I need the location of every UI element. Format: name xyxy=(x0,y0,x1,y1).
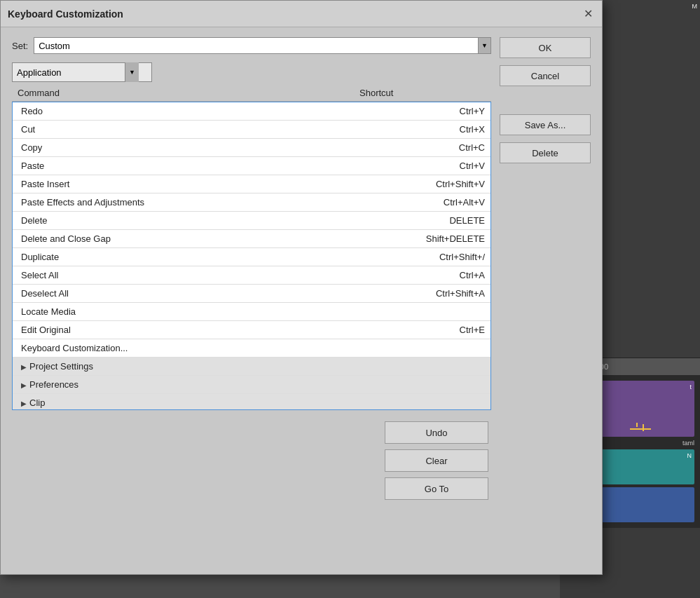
row-shortcut: Ctrl+Shift+/ xyxy=(364,252,490,262)
set-value: Custom xyxy=(39,41,474,51)
row-shortcut: Shift+DELETE xyxy=(364,233,490,244)
row-command: Delete xyxy=(13,215,364,226)
bottom-buttons: Undo Clear Go To xyxy=(12,421,488,500)
row-shortcut: Ctrl+A xyxy=(364,270,490,280)
dialog-title: Keyboard Customization xyxy=(8,8,123,20)
close-button[interactable]: ✕ xyxy=(581,7,595,21)
table-row[interactable]: RedoCtrl+Y xyxy=(13,102,490,121)
row-shortcut: Ctrl+V xyxy=(364,161,490,171)
category-dropdown-arrow: ▼ xyxy=(125,62,139,82)
group-expand-arrow[interactable]: ▶ xyxy=(21,381,27,389)
set-label: Set: xyxy=(12,41,28,51)
row-command: ▶ Preferences xyxy=(13,379,364,390)
undo-button[interactable]: Undo xyxy=(385,421,488,444)
table-row[interactable]: ▶ Preferences xyxy=(13,376,490,394)
table-row[interactable]: CutCtrl+X xyxy=(13,121,490,139)
dialog-left-panel: Set: Custom ▼ Application ▼ Command Shor… xyxy=(12,37,491,500)
shortcuts-table[interactable]: RedoCtrl+YCutCtrl+XCopyCtrl+CPasteCtrl+V… xyxy=(12,102,491,410)
row-command: Select All xyxy=(13,270,364,280)
table-row[interactable]: ▶ Clip xyxy=(13,394,490,410)
table-row[interactable]: ▶ Project Settings xyxy=(13,358,490,376)
table-row[interactable]: Locate Media xyxy=(13,303,490,321)
keyboard-customization-dialog: Keyboard Customization ✕ Set: Custom ▼ A… xyxy=(0,0,603,575)
row-shortcut: Ctrl+Shift+A xyxy=(364,288,490,299)
row-command: Paste xyxy=(13,161,364,171)
row-command: Cut xyxy=(13,124,364,135)
table-row[interactable]: Keyboard Customization... xyxy=(13,339,490,358)
row-shortcut: Ctrl+X xyxy=(364,124,490,135)
table-row[interactable]: PasteCtrl+V xyxy=(13,157,490,175)
category-dropdown[interactable]: Application ▼ xyxy=(12,62,152,82)
ok-button[interactable]: OK xyxy=(500,37,591,58)
group-expand-arrow[interactable]: ▶ xyxy=(21,400,27,407)
table-row[interactable]: CopyCtrl+C xyxy=(13,139,490,157)
set-row: Set: Custom ▼ xyxy=(12,37,491,54)
row-command: Redo xyxy=(13,106,364,116)
table-row[interactable]: Paste Effects and AdjustmentsCtrl+Alt+V xyxy=(13,193,490,212)
row-command: Delete and Close Gap xyxy=(13,233,364,244)
row-shortcut: Ctrl+Shift+V xyxy=(364,179,490,189)
row-shortcut: DELETE xyxy=(364,215,490,226)
save-as-button[interactable]: Save As... xyxy=(500,114,591,135)
dialog-right-panel: OK Cancel Save As... Delete xyxy=(500,37,591,500)
row-shortcut: Ctrl+Alt+V xyxy=(364,197,490,208)
delete-button[interactable]: Delete xyxy=(500,142,591,163)
row-shortcut: Ctrl+C xyxy=(364,142,490,153)
row-command: Deselect All xyxy=(13,288,364,299)
table-row[interactable]: DuplicateCtrl+Shift+/ xyxy=(13,248,490,266)
cancel-button[interactable]: Cancel xyxy=(500,65,591,86)
row-command: Edit Original xyxy=(13,325,364,335)
row-command: ▶ Clip xyxy=(13,397,364,408)
row-command: Copy xyxy=(13,142,364,153)
row-command: ▶ Project Settings xyxy=(13,361,364,372)
dialog-titlebar: Keyboard Customization ✕ xyxy=(1,1,602,27)
table-row[interactable]: Deselect AllCtrl+Shift+A xyxy=(13,285,490,303)
table-row[interactable]: Delete and Close GapShift+DELETE xyxy=(13,230,490,248)
row-shortcut: Ctrl+E xyxy=(364,325,490,335)
set-dropdown-arrow: ▼ xyxy=(478,38,490,53)
row-command: Locate Media xyxy=(13,306,364,317)
row-shortcut: Ctrl+Y xyxy=(364,106,490,116)
row-command: Paste Effects and Adjustments xyxy=(13,197,364,208)
category-value: Application xyxy=(17,67,125,78)
row-command: Paste Insert xyxy=(13,179,364,189)
command-column-header: Command xyxy=(18,88,359,98)
table-row[interactable]: Paste InsertCtrl+Shift+V xyxy=(13,175,490,193)
row-command: Keyboard Customization... xyxy=(13,343,364,353)
table-row[interactable]: Select AllCtrl+A xyxy=(13,266,490,285)
clear-button[interactable]: Clear xyxy=(385,449,488,472)
row-command: Duplicate xyxy=(13,252,364,262)
group-expand-arrow[interactable]: ▶ xyxy=(21,363,27,371)
set-dropdown[interactable]: Custom ▼ xyxy=(34,37,491,54)
column-headers: Command Shortcut xyxy=(12,85,491,102)
go-to-button[interactable]: Go To xyxy=(385,477,488,500)
shortcut-column-header: Shortcut xyxy=(359,88,486,98)
table-row[interactable]: DeleteDELETE xyxy=(13,212,490,230)
table-row[interactable]: Edit OriginalCtrl+E xyxy=(13,321,490,339)
